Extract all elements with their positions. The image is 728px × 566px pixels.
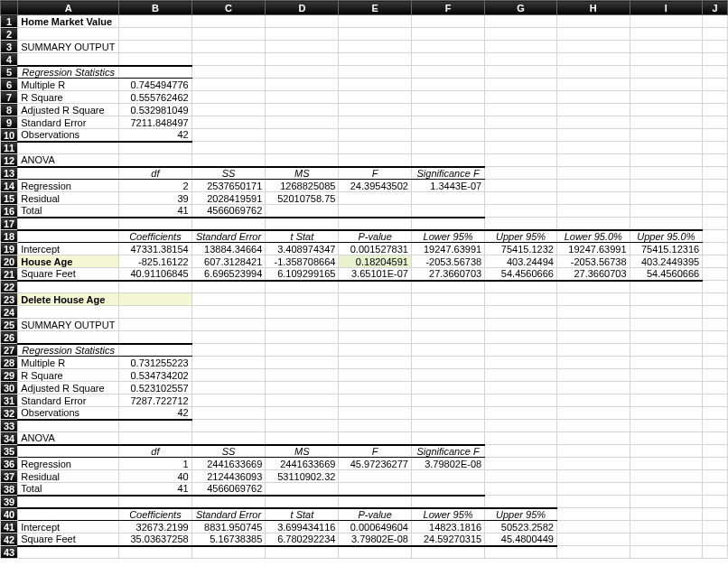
cell[interactable]: SUMMARY OUTPUT (18, 319, 119, 331)
cell[interactable]: 3.699434116 (266, 521, 339, 534)
cell-house-age-pvalue[interactable]: 0.18204591 (339, 255, 412, 268)
cell[interactable] (703, 15, 728, 28)
cell[interactable] (485, 15, 557, 28)
row-header[interactable]: 5 (1, 66, 18, 79)
cell[interactable]: Regression Statistics (18, 66, 119, 79)
cell[interactable]: Significance F (411, 445, 484, 458)
row-header[interactable]: 32 (1, 407, 18, 420)
row-header[interactable]: 30 (1, 382, 18, 394)
row-header[interactable]: 42 (1, 534, 18, 546)
cell[interactable]: 14823.1816 (411, 521, 484, 534)
row-header[interactable]: 40 (1, 508, 18, 521)
cell[interactable]: Intercept (18, 521, 119, 534)
cell[interactable]: 1268825085 (266, 180, 339, 192)
cell[interactable]: SUMMARY OUTPUT (18, 41, 119, 53)
row-header[interactable]: 36 (1, 458, 18, 470)
cell[interactable]: SS (191, 167, 266, 180)
cell[interactable]: 45.97236277 (339, 458, 412, 470)
cell[interactable]: Adjusted R Square (18, 382, 119, 394)
row-header[interactable]: 39 (1, 496, 18, 508)
cell[interactable] (191, 15, 266, 28)
cell[interactable]: 0.523102557 (119, 382, 192, 394)
spreadsheet[interactable]: A B C D E F G H I J 1 Home Market Value … (0, 0, 728, 559)
cell[interactable]: Coefficients (119, 230, 192, 243)
cell[interactable]: Observations (18, 129, 119, 142)
cell[interactable]: Observations (18, 407, 119, 420)
cell[interactable]: Standard Error (18, 116, 119, 129)
cell[interactable]: Coefficients (119, 508, 192, 521)
cell[interactable]: 1 (119, 458, 192, 470)
cell[interactable]: MS (266, 167, 339, 180)
cell[interactable]: -2053.56738 (411, 255, 484, 268)
row-header[interactable]: 29 (1, 369, 18, 382)
col-header-D[interactable]: D (266, 1, 339, 15)
cell[interactable]: Home Market Value (18, 15, 119, 28)
cell[interactable] (411, 15, 484, 28)
cell[interactable]: Multiple R (18, 357, 119, 369)
row-header[interactable]: 7 (1, 91, 18, 104)
cell[interactable]: 47331.38154 (119, 243, 192, 255)
cell[interactable]: 42 (119, 129, 192, 142)
col-header-F[interactable]: F (411, 1, 484, 15)
cell[interactable]: Lower 95.0% (556, 230, 630, 243)
col-header-A[interactable]: A (18, 1, 119, 15)
cell[interactable]: 27.3660703 (411, 268, 484, 281)
row-header[interactable]: 6 (1, 79, 18, 91)
cell[interactable]: Standard Error (191, 230, 266, 243)
row-header[interactable]: 25 (1, 319, 18, 331)
col-header-H[interactable]: H (556, 1, 630, 15)
cell[interactable]: 52010758.75 (266, 192, 339, 205)
cell[interactable]: Adjusted R Square (18, 104, 119, 116)
cell[interactable]: Residual (18, 192, 119, 205)
cell[interactable]: MS (266, 445, 339, 458)
cell[interactable]: R Square (18, 369, 119, 382)
cell[interactable]: Regression (18, 458, 119, 470)
cell[interactable]: 3.408974347 (266, 243, 339, 255)
cell[interactable]: F (339, 167, 412, 180)
cell[interactable]: 4566069762 (191, 205, 266, 218)
cell[interactable]: -825.16122 (119, 255, 192, 268)
select-all-corner[interactable] (1, 1, 18, 15)
cell[interactable]: 0.001527831 (339, 243, 412, 255)
cell[interactable]: Standard Error (18, 394, 119, 407)
cell[interactable]: 42 (119, 407, 192, 420)
cell[interactable] (339, 15, 412, 28)
cell[interactable]: 0.555762462 (119, 91, 192, 104)
cell[interactable]: SS (191, 445, 266, 458)
cell[interactable]: 3.79802E-08 (411, 458, 484, 470)
row-header[interactable]: 43 (1, 546, 18, 559)
cell[interactable]: 7287.722712 (119, 394, 192, 407)
cell[interactable]: Upper 95% (485, 230, 557, 243)
cell[interactable]: 13884.34664 (191, 243, 266, 255)
row-header[interactable]: 14 (1, 180, 18, 192)
cell[interactable]: Regression (18, 180, 119, 192)
cell[interactable]: F (339, 445, 412, 458)
cell[interactable]: 6.109299165 (266, 268, 339, 281)
cell[interactable]: 607.3128421 (191, 255, 266, 268)
row-header[interactable]: 34 (1, 432, 18, 445)
row-header[interactable]: 26 (1, 331, 18, 344)
cell[interactable]: 403.2449395 (630, 255, 703, 268)
row-header[interactable]: 20 (1, 255, 18, 268)
cell[interactable]: Upper 95% (485, 508, 557, 521)
cell[interactable]: 3.65101E-07 (339, 268, 412, 281)
cell[interactable]: 2028419591 (191, 192, 266, 205)
cell[interactable]: 6.696523994 (191, 268, 266, 281)
cell[interactable]: -1.358708664 (266, 255, 339, 268)
row-header[interactable]: 13 (1, 167, 18, 180)
cell[interactable]: 54.4560666 (630, 268, 703, 281)
cell-delete-house-age[interactable]: Delete House Age (18, 293, 119, 306)
cell[interactable]: 6.780292234 (266, 534, 339, 546)
row-header[interactable]: 8 (1, 104, 18, 116)
cell[interactable] (18, 28, 119, 41)
row-header[interactable]: 22 (1, 281, 18, 293)
cell[interactable]: 0.532981049 (119, 104, 192, 116)
cell[interactable]: Multiple R (18, 79, 119, 91)
cell[interactable]: 39 (119, 192, 192, 205)
cell[interactable]: 40 (119, 470, 192, 483)
row-header[interactable]: 24 (1, 306, 18, 319)
cell[interactable]: 24.59270315 (411, 534, 484, 546)
cell[interactable]: 40.91106845 (119, 268, 192, 281)
cell[interactable]: 4566069762 (191, 483, 266, 496)
cell[interactable]: R Square (18, 91, 119, 104)
